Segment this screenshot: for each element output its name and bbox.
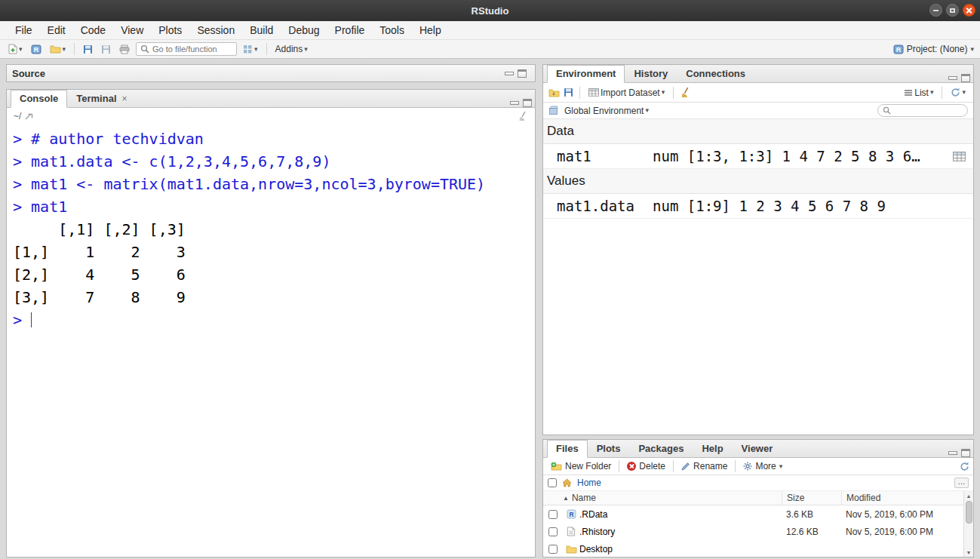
scrollbar-track[interactable] <box>964 500 973 548</box>
column-header-modified[interactable]: Modified <box>841 491 963 505</box>
maximize-pane-icon[interactable] <box>961 74 970 82</box>
tab-environment-label: Environment <box>556 68 616 79</box>
caret-down-icon: ▾ <box>930 89 934 96</box>
files-scrollbar[interactable]: ▲ ▼ <box>963 491 973 557</box>
menu-debug[interactable]: Debug <box>281 23 327 38</box>
menu-tools[interactable]: Tools <box>372 23 412 38</box>
tab-terminal[interactable]: Terminal × <box>67 90 136 108</box>
breadcrumb-more-button[interactable]: ... <box>954 478 969 488</box>
close-icon[interactable]: × <box>122 94 127 104</box>
scrollbar-thumb[interactable] <box>966 501 972 524</box>
refresh-environment-button[interactable]: ▾ <box>948 87 968 98</box>
project-selector[interactable]: R Project: (None) ▾ <box>893 44 974 54</box>
scroll-down-icon[interactable]: ▼ <box>964 548 973 557</box>
tab-environment[interactable]: Environment <box>547 65 625 83</box>
console-output[interactable]: > # author techvidvan > mat1.data <- c(1… <box>7 124 535 557</box>
menu-file[interactable]: File <box>8 23 40 38</box>
menu-session[interactable]: Session <box>189 23 242 38</box>
save-workspace-icon[interactable] <box>564 88 573 97</box>
print-button[interactable] <box>117 44 132 55</box>
addins-button[interactable]: Addins ▾ <box>273 43 310 55</box>
file-checkbox[interactable] <box>548 510 558 519</box>
open-file-button[interactable]: ▾ <box>48 44 69 54</box>
column-header-size[interactable]: Size <box>782 491 841 505</box>
close-window-button[interactable] <box>963 4 975 17</box>
save-all-button[interactable] <box>99 44 113 55</box>
file-row[interactable]: R .RData 3.6 KB Nov 5, 2019, 6:00 PM <box>543 505 973 523</box>
minimize-pane-icon[interactable] <box>505 72 514 75</box>
file-checkbox[interactable] <box>548 545 558 554</box>
minimize-window-button[interactable] <box>929 4 942 17</box>
maximize-window-button[interactable] <box>946 4 959 17</box>
window-controls <box>929 4 975 17</box>
refresh-icon <box>951 88 960 97</box>
console-line: [2,] 4 5 6 <box>13 263 535 286</box>
more-button[interactable]: More ▾ <box>739 460 786 472</box>
file-row[interactable]: .Rhistory 12.6 KB Nov 5, 2019, 6:00 PM <box>543 523 973 540</box>
go-to-directory-icon[interactable] <box>25 112 34 120</box>
refresh-files-icon[interactable] <box>960 462 969 471</box>
minimize-pane-icon[interactable] <box>510 101 519 105</box>
select-all-checkbox[interactable] <box>548 478 557 487</box>
minimize-pane-icon[interactable] <box>948 76 957 80</box>
breadcrumb-home[interactable]: Home <box>577 478 601 488</box>
working-directory[interactable]: ~/ <box>14 111 21 121</box>
tab-connections[interactable]: Connections <box>677 65 754 83</box>
gear-icon <box>743 462 752 471</box>
toolbar-separator <box>74 43 75 55</box>
load-workspace-icon[interactable] <box>548 88 560 97</box>
workspace-panes-button[interactable]: ▾ <box>241 44 260 55</box>
environment-scope-selector[interactable]: Global Environment ▾ <box>562 105 651 117</box>
open-folder-icon <box>50 45 61 54</box>
environment-object-row[interactable]: mat1 num [1:3, 1:3] 1 4 7 2 5 8 3 6… <box>543 144 973 169</box>
menu-help[interactable]: Help <box>412 23 449 38</box>
menu-build[interactable]: Build <box>242 23 281 38</box>
menu-edit[interactable]: Edit <box>40 23 73 38</box>
menu-plots[interactable]: Plots <box>151 23 189 38</box>
column-header-name[interactable]: ▲ Name <box>563 493 782 503</box>
save-button[interactable] <box>81 44 95 55</box>
tab-packages[interactable]: Packages <box>629 440 693 458</box>
tab-files[interactable]: Files <box>547 440 588 458</box>
tab-help[interactable]: Help <box>693 440 732 458</box>
tab-console[interactable]: Console <box>11 90 67 108</box>
file-row[interactable]: Desktop <box>543 540 973 557</box>
environment-search[interactable] <box>877 104 968 117</box>
environment-search-input[interactable] <box>894 106 963 115</box>
rename-icon <box>681 462 690 471</box>
files-pane-controls <box>948 449 973 457</box>
source-pane-title: Source <box>12 68 45 79</box>
tab-plots[interactable]: Plots <box>588 440 630 458</box>
file-checkbox[interactable] <box>548 527 558 536</box>
right-column: Environment History Connections <box>542 64 974 557</box>
list-view-button[interactable]: List ▾ <box>902 87 935 99</box>
menu-code[interactable]: Code <box>73 23 113 38</box>
file-name[interactable]: .Rhistory <box>579 527 615 537</box>
new-project-button[interactable]: R <box>29 44 44 55</box>
goto-file-search[interactable] <box>136 42 237 56</box>
file-name[interactable]: Desktop <box>579 544 613 554</box>
rename-button[interactable]: Rename <box>677 460 731 472</box>
menu-profile[interactable]: Profile <box>327 23 373 38</box>
clear-objects-icon[interactable] <box>680 87 691 98</box>
menu-view[interactable]: View <box>113 23 151 38</box>
new-folder-button[interactable]: New Folder <box>547 460 615 472</box>
rstudio-window: RStudio File Edit Code View Plots Sessio… <box>0 0 980 559</box>
tab-history[interactable]: History <box>625 65 677 83</box>
minimize-pane-icon[interactable] <box>948 451 957 455</box>
goto-file-input[interactable] <box>152 45 232 54</box>
maximize-pane-icon[interactable] <box>523 99 532 107</box>
import-dataset-button[interactable]: Import Dataset ▾ <box>586 87 667 99</box>
tab-viewer[interactable]: Viewer <box>733 440 782 458</box>
clear-console-icon[interactable] <box>518 111 528 121</box>
maximize-pane-icon[interactable] <box>961 449 970 457</box>
search-icon <box>883 106 891 115</box>
maximize-pane-icon[interactable] <box>518 69 527 78</box>
delete-button[interactable]: Delete <box>623 460 669 472</box>
environment-object-row[interactable]: mat1.data num [1:9] 1 2 3 4 5 6 7 8 9 <box>543 194 973 219</box>
view-data-grid-icon[interactable] <box>953 152 966 161</box>
console-tabbar: Console Terminal × <box>7 90 535 108</box>
new-file-button[interactable]: ▾ <box>6 43 25 55</box>
file-name[interactable]: .RData <box>579 509 607 520</box>
scroll-up-icon[interactable]: ▲ <box>964 491 973 500</box>
